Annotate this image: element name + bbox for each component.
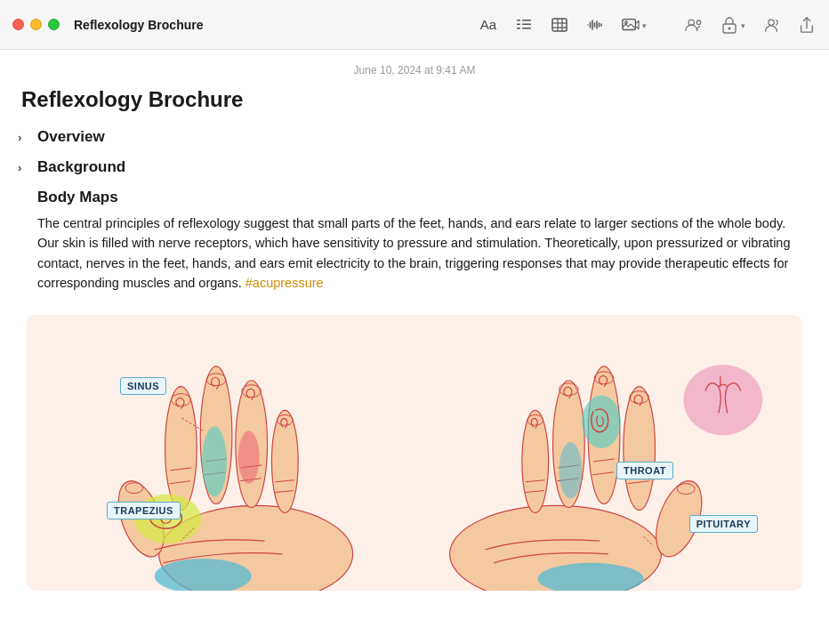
close-button[interactable] <box>12 19 24 30</box>
minimize-button[interactable] <box>30 19 42 30</box>
collaboration-icon[interactable] <box>684 15 704 35</box>
titlebar: Reflexology Brochure Aa <box>0 0 829 50</box>
background-section-header[interactable]: › Background <box>18 158 811 176</box>
traffic-lights <box>12 19 60 30</box>
date-stamp: June 10, 2024 at 9:41 AM <box>18 50 811 87</box>
svg-point-21 <box>696 20 701 25</box>
media-chevron-icon: ▾ <box>642 21 647 30</box>
svg-point-71 <box>582 395 621 447</box>
outline-icon[interactable] <box>514 15 534 35</box>
svg-point-29 <box>165 387 197 511</box>
svg-rect-4 <box>517 28 520 29</box>
svg-rect-18 <box>623 19 636 29</box>
background-section-label: Background <box>37 158 125 176</box>
document-title: Reflexology Brochure <box>74 18 203 32</box>
document-main-title: Reflexology Brochure <box>18 87 811 112</box>
acupressure-hashtag[interactable]: #acupressure <box>245 276 324 290</box>
svg-rect-5 <box>522 28 531 29</box>
svg-point-19 <box>625 20 628 23</box>
svg-point-24 <box>769 20 774 25</box>
fullscreen-button[interactable] <box>48 19 60 30</box>
overview-section-label: Overview <box>37 128 105 146</box>
body-maps-title: Body Maps <box>37 189 811 206</box>
svg-rect-3 <box>522 23 531 25</box>
svg-point-72 <box>683 365 762 435</box>
svg-point-75 <box>559 442 583 498</box>
media-icon <box>621 15 640 35</box>
svg-point-49 <box>202 426 227 496</box>
svg-point-23 <box>728 27 731 29</box>
toolbar: Aa <box>479 15 817 35</box>
body-maps-description: The central principles of reflexology su… <box>37 213 802 294</box>
overview-section-header[interactable]: › Overview <box>18 128 811 146</box>
document-content: June 10, 2024 at 9:41 AM Reflexology Bro… <box>0 50 829 644</box>
sinus-label: SINUS <box>120 377 166 395</box>
hand-illustration-svg <box>27 315 802 591</box>
lock-chevron-icon: ▾ <box>741 21 745 30</box>
svg-rect-6 <box>552 19 567 31</box>
share-icon[interactable] <box>797 15 817 35</box>
lock-icon-group[interactable]: ▾ <box>720 15 745 35</box>
svg-rect-1 <box>522 20 531 21</box>
pituitary-label: PITUITARY <box>689 515 758 533</box>
table-icon[interactable] <box>550 15 569 35</box>
svg-point-50 <box>238 431 260 483</box>
throat-label: THROAT <box>616 462 673 479</box>
svg-point-55 <box>624 387 656 511</box>
svg-rect-0 <box>517 20 520 21</box>
svg-rect-2 <box>517 23 520 25</box>
hand-illustration-container: SINUS TRAPEZIUS THROAT PITUITARY <box>27 315 802 591</box>
font-format-icon[interactable]: Aa <box>479 15 498 35</box>
trapezius-label: TRAPEZIUS <box>107 502 181 519</box>
media-icon-group[interactable]: ▾ <box>621 15 647 35</box>
lock-icon <box>720 15 739 35</box>
background-chevron-icon: › <box>18 161 30 174</box>
contact-icon[interactable] <box>761 15 781 35</box>
body-maps-text-content: The central principles of reflexology su… <box>37 216 791 290</box>
overview-chevron-icon: › <box>18 131 30 144</box>
audio-icon[interactable] <box>585 15 605 35</box>
